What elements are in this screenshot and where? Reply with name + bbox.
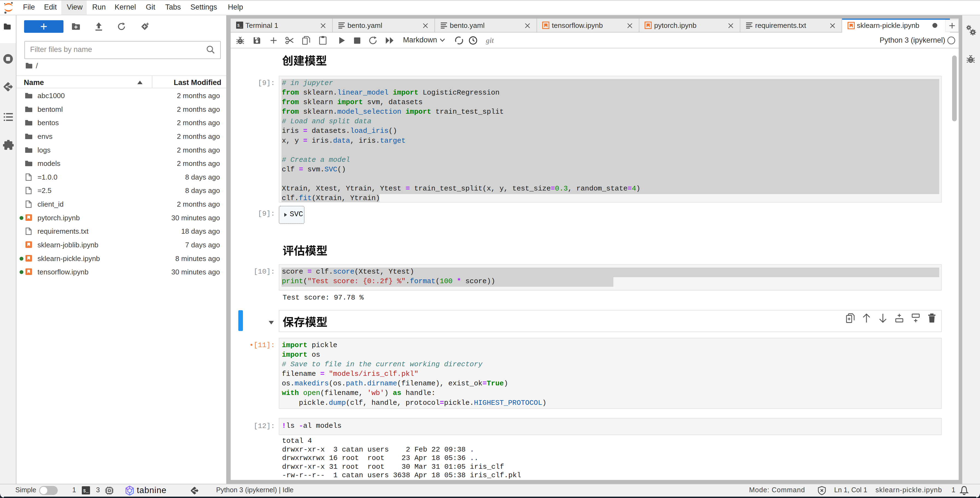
svg-text:$_: $_ xyxy=(237,24,242,28)
svg-text:$_: $_ xyxy=(83,488,89,493)
